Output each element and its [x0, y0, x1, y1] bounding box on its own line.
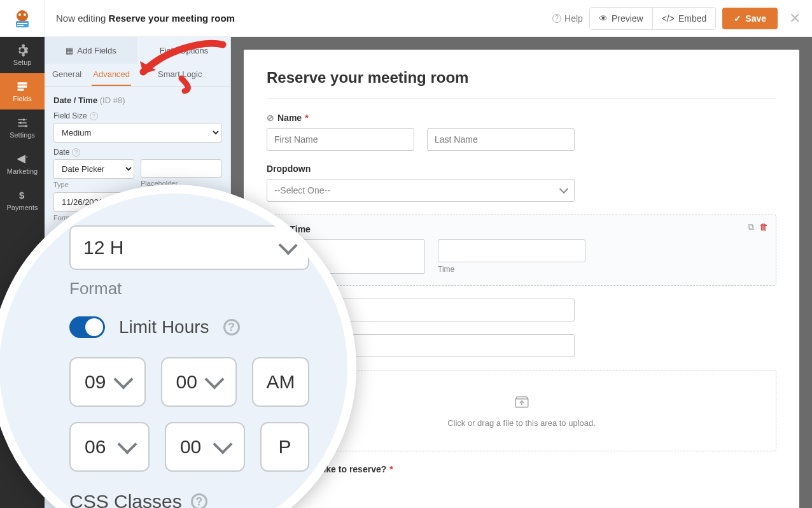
end-hour-select[interactable]: 06	[69, 422, 150, 472]
embed-label: Embed	[678, 13, 706, 24]
chevron-down-icon	[204, 369, 224, 389]
date-type-select[interactable]: Date Picker	[53, 159, 134, 179]
tab-add-fields-label: Add Fields	[77, 46, 116, 55]
now-editing-prefix: Now editing	[56, 13, 109, 24]
help-label: Help	[564, 13, 583, 24]
svg-point-9	[23, 118, 25, 120]
chevron-down-icon	[278, 235, 298, 255]
subtab-smartlogic[interactable]: Smart Logic	[140, 64, 203, 86]
css-classes-label: CSS Classes ?	[69, 491, 309, 508]
sidebar-primary-tabs: ▦ Add Fields Field Options	[45, 37, 230, 64]
save-label: Save	[745, 13, 766, 24]
time-format-value: 12 H	[83, 237, 123, 258]
dropdown-select[interactable]: --Select One--	[267, 179, 575, 202]
upload-text: Click or drag a file to this area to upl…	[290, 418, 753, 428]
divider	[267, 98, 776, 99]
svg-point-1	[18, 13, 21, 16]
reserve-option[interactable]: m A	[267, 479, 776, 490]
svg-rect-5	[17, 25, 24, 26]
rail-fields-label: Fields	[13, 95, 31, 102]
duplicate-icon[interactable]: ⧉	[748, 222, 754, 232]
field-size-label: Field Size ?	[53, 111, 221, 120]
code-icon: </>	[662, 13, 675, 24]
time-input[interactable]	[438, 239, 585, 262]
last-name-input[interactable]	[427, 128, 575, 151]
svg-rect-6	[18, 82, 27, 84]
topbar: Now editing Reserve your meeting room ? …	[0, 0, 812, 37]
grid-icon: ▦	[66, 46, 73, 55]
svg-point-2	[24, 13, 26, 16]
help-icon: ?	[552, 14, 561, 23]
field-reserve: n would you like to reserve? * m A	[267, 464, 776, 490]
chevron-down-icon	[113, 369, 133, 389]
time-sublabel: Time	[438, 265, 585, 274]
limit-hours-label: Limit Hours	[119, 317, 209, 337]
svg-rect-7	[18, 85, 27, 87]
end-ampm-select[interactable]: P	[260, 422, 309, 472]
save-button[interactable]: ✓ Save	[722, 8, 778, 29]
rail-setup[interactable]: Setup	[0, 37, 45, 73]
dropdown-label: Dropdown	[267, 164, 311, 174]
first-name-input[interactable]	[267, 128, 414, 151]
subtab-smartlogic-label: Smart Logic	[158, 69, 202, 79]
subtab-general[interactable]: General	[51, 64, 83, 86]
preview-button[interactable]: 👁 Preview	[590, 8, 653, 29]
end-min-select[interactable]: 00	[165, 422, 245, 472]
preview-label: Preview	[612, 13, 643, 24]
rail-fields[interactable]: Fields	[0, 73, 45, 109]
rail-setup-label: Setup	[13, 59, 32, 66]
rail-marketing-label: Marketing	[7, 167, 38, 175]
svg-point-10	[20, 122, 22, 123]
subtab-advanced[interactable]: Advanced	[92, 64, 131, 86]
field-heading: Date / Time (ID #8)	[53, 95, 221, 105]
help-icon[interactable]: ?	[223, 319, 240, 335]
date-type-sublabel: Type	[53, 181, 134, 188]
close-icon[interactable]: ✕	[789, 10, 801, 27]
rail-settings-label: Settings	[10, 131, 35, 139]
embed-button[interactable]: </> Embed	[653, 8, 716, 29]
name-label: Name	[277, 113, 302, 123]
form-title: Reserve your meeting room	[267, 69, 776, 87]
tab-field-options[interactable]: Field Options	[137, 37, 230, 64]
svg-rect-4	[17, 23, 27, 24]
svg-rect-8	[18, 88, 24, 90]
field-heading-name: Date / Time	[53, 95, 97, 105]
svg-text:$: $	[19, 190, 25, 201]
logo	[0, 0, 45, 37]
start-ampm-select[interactable]: AM	[252, 357, 309, 407]
time-format-select[interactable]: 12 H	[69, 225, 309, 270]
help-icon[interactable]: ?	[90, 112, 98, 120]
upload-icon	[514, 393, 530, 410]
chevron-down-icon	[117, 434, 137, 454]
tab-field-options-label: Field Options	[160, 46, 209, 55]
required-icon: *	[389, 464, 393, 474]
rail-payments-label: Payments	[7, 204, 38, 211]
tab-add-fields[interactable]: ▦ Add Fields	[45, 37, 137, 64]
now-editing: Now editing Reserve your meeting room	[45, 13, 235, 24]
rail-payments[interactable]: $ Payments	[0, 182, 45, 218]
rail-marketing[interactable]: Marketing	[0, 146, 45, 182]
format-sublabel: Format	[69, 279, 309, 299]
date-label: Date ?	[53, 148, 221, 157]
help-icon[interactable]: ?	[72, 148, 80, 157]
rail-settings[interactable]: Settings	[0, 109, 45, 146]
svg-point-11	[25, 125, 27, 127]
svg-point-0	[17, 10, 28, 22]
required-icon: *	[305, 113, 308, 123]
field-size-select[interactable]: Medium	[53, 123, 221, 143]
trash-icon[interactable]: 🗑	[759, 222, 768, 232]
chevron-down-icon	[213, 434, 232, 454]
sidebar-sub-tabs: General Advanced Smart Logic	[45, 64, 230, 87]
hidden-icon: ⊘	[267, 113, 274, 123]
help-icon[interactable]: ?	[191, 493, 207, 508]
start-hour-select[interactable]: 09	[69, 357, 146, 407]
field-dropdown: Dropdown --Select One--	[267, 164, 776, 202]
help-link[interactable]: ? Help	[552, 13, 583, 24]
start-min-select[interactable]: 00	[161, 357, 237, 407]
preview-embed-group: 👁 Preview </> Embed	[589, 7, 716, 30]
date-placeholder-input[interactable]	[141, 159, 221, 178]
eye-icon: 👁	[599, 13, 608, 24]
check-icon: ✓	[734, 13, 741, 24]
limit-hours-toggle[interactable]	[69, 316, 105, 338]
field-datetime[interactable]: ⧉ 🗑 e / Time Time	[267, 215, 776, 286]
